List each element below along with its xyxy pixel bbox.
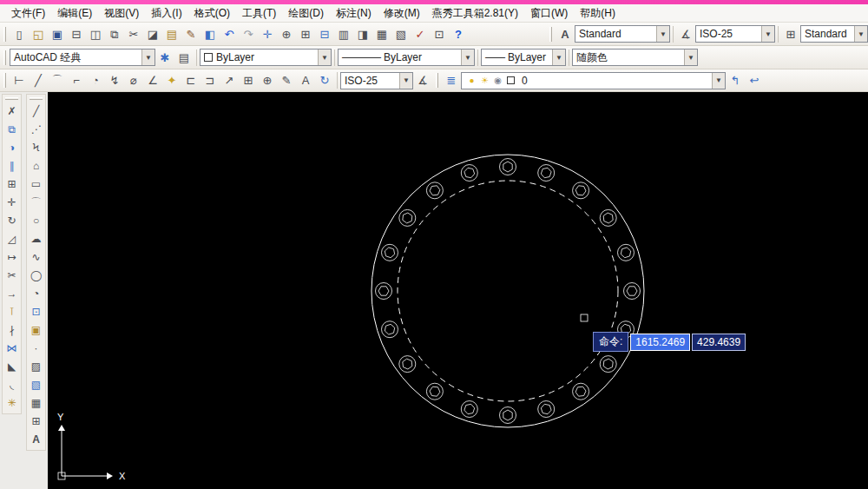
menu-item[interactable]: 编辑(E)	[51, 4, 98, 23]
array-icon[interactable]: ⊞	[3, 175, 21, 193]
layer-control-combo[interactable]: ●☀◉ 0 ▼	[461, 72, 726, 89]
dimension-style-icon[interactable]: ∡	[413, 71, 432, 90]
bolt-hole[interactable]	[538, 165, 555, 182]
arc-icon[interactable]: ⌒	[27, 193, 45, 211]
explode-icon[interactable]: ✳	[3, 393, 21, 412]
flange-outer-circle[interactable]	[372, 155, 644, 427]
menu-item[interactable]: 窗口(W)	[524, 4, 574, 23]
dim-arc-length-icon[interactable]: ⌒	[48, 71, 67, 90]
dim-text-edit-icon[interactable]: A	[296, 71, 315, 90]
mirror-icon[interactable]: ◑	[3, 138, 21, 156]
markup-icon[interactable]: ✓	[411, 24, 430, 43]
save-icon[interactable]: ▣	[48, 24, 67, 43]
toolbar-drag-handle[interactable]	[3, 50, 6, 65]
properties-icon[interactable]: ▥	[334, 24, 353, 43]
table-style-combo[interactable]: Standard ▼	[800, 25, 868, 43]
block-editor-icon[interactable]: ◧	[201, 24, 220, 43]
copy-icon[interactable]: ◪	[143, 24, 162, 43]
workspace-settings-icon[interactable]: ✱	[155, 48, 174, 67]
stretch-icon[interactable]: ↦	[3, 248, 21, 266]
layer-lock-icon[interactable]: ◉	[491, 73, 504, 89]
linetype-combo[interactable]: ———— ByLayer ▼	[338, 49, 475, 66]
offset-icon[interactable]: ∥	[3, 156, 21, 175]
dim-ordinate-icon[interactable]: ⌐	[67, 71, 86, 90]
revcloud-icon[interactable]: ☁	[27, 229, 45, 248]
bolt-hole[interactable]	[399, 209, 416, 226]
layer-on-icon[interactable]: ●	[465, 73, 478, 89]
bolt-hole[interactable]	[624, 283, 641, 300]
dim-update-icon[interactable]: ↻	[315, 71, 334, 90]
dim-diameter-icon[interactable]: ⌀	[124, 71, 143, 90]
table-style-icon[interactable]: ⊞	[781, 24, 800, 43]
zoom-realtime-icon[interactable]: ⊕	[277, 24, 296, 43]
construction-line-icon[interactable]: ⋰	[27, 120, 45, 138]
menu-item[interactable]: 视图(V)	[98, 4, 145, 23]
text-style-icon[interactable]: A	[556, 24, 575, 43]
dynamic-input-x-field[interactable]: 1615.2469	[630, 334, 690, 351]
layer-freeze-icon[interactable]: ☀	[478, 73, 491, 89]
text-style-combo[interactable]: Standard ▼	[575, 25, 670, 43]
region-icon[interactable]: ▦	[27, 393, 45, 412]
break-at-point-icon[interactable]: ⊺	[3, 302, 21, 320]
layer-previous-icon[interactable]: ↩	[745, 71, 764, 90]
dim-aligned-icon[interactable]: ╱	[29, 71, 48, 90]
menu-item[interactable]: 绘图(D)	[282, 4, 330, 23]
erase-icon[interactable]: ✗	[3, 102, 21, 120]
bolt-hole[interactable]	[573, 383, 589, 400]
sheetset-icon[interactable]: ▧	[391, 24, 411, 43]
zoom-window-icon[interactable]: ⊞	[296, 24, 315, 43]
publish-icon[interactable]: ⧉	[105, 24, 124, 43]
bolt-hole[interactable]	[461, 401, 477, 418]
rectangle-icon[interactable]: ▭	[27, 175, 45, 193]
dim-leader-icon[interactable]: ↗	[220, 71, 239, 90]
layer-color-swatch[interactable]	[504, 73, 517, 89]
menu-item[interactable]: 帮助(H)	[574, 4, 621, 23]
make-block-icon[interactable]: ▣	[27, 320, 45, 339]
bolt-hole[interactable]	[500, 407, 516, 424]
quickcalc-icon[interactable]: ⊡	[430, 24, 449, 43]
lineweight-combo[interactable]: —— ByLayer ▼	[481, 49, 566, 66]
scale-icon[interactable]: ◿	[3, 229, 21, 248]
ellipse-icon[interactable]: ◯	[27, 266, 45, 284]
new-icon[interactable]: ▯	[10, 24, 29, 43]
bolt-hole[interactable]	[426, 182, 443, 199]
dim-edit-icon[interactable]: ✎	[277, 71, 296, 90]
trim-icon[interactable]: ✂	[3, 266, 21, 284]
plot-preview-icon[interactable]: ◫	[86, 24, 105, 43]
point-icon[interactable]: ∙	[27, 339, 45, 357]
spline-icon[interactable]: ∿	[27, 248, 45, 266]
toolbar-drag-handle[interactable]	[5, 97, 18, 100]
polygon-icon[interactable]: ⌂	[27, 156, 45, 175]
line-icon[interactable]: ╱	[27, 102, 45, 120]
bolt-hole[interactable]	[399, 356, 416, 373]
cut-icon[interactable]: ✂	[124, 24, 143, 43]
dim-quick-icon[interactable]: ✦	[162, 71, 181, 90]
toolbar-drag-handle[interactable]	[3, 27, 6, 42]
bolt-hole[interactable]	[382, 244, 398, 261]
break-icon[interactable]: ∤	[3, 320, 21, 339]
properties-palette-icon[interactable]: ▤	[174, 48, 194, 67]
toolbar-drag-handle[interactable]	[3, 73, 6, 88]
chamfer-icon[interactable]: ◣	[3, 357, 21, 375]
toolbar-drag-handle[interactable]	[436, 73, 438, 88]
menu-item[interactable]: 插入(I)	[145, 4, 187, 23]
polyline-icon[interactable]: Ϟ	[27, 138, 45, 156]
bolt-hole[interactable]	[573, 182, 589, 199]
bolt-hole[interactable]	[618, 244, 635, 261]
bolt-hole[interactable]	[461, 165, 477, 182]
toolbar-drag-handle[interactable]	[549, 27, 552, 42]
bolt-hole[interactable]	[376, 283, 392, 300]
layer-properties-manager-icon[interactable]: ≣	[442, 71, 461, 90]
menu-item[interactable]: 标注(N)	[330, 4, 378, 23]
mtext-icon[interactable]: A	[27, 430, 45, 448]
dim-center-mark-icon[interactable]: ⊕	[258, 71, 277, 90]
bolt-hole[interactable]	[426, 383, 443, 400]
redo-icon[interactable]: ↷	[239, 24, 258, 43]
designcenter-icon[interactable]: ◨	[353, 24, 372, 43]
dim-style-combo[interactable]: ISO-25 ▼	[695, 25, 775, 43]
gradient-icon[interactable]: ▧	[27, 375, 45, 393]
bolt-hole[interactable]	[600, 356, 616, 373]
dim-radius-icon[interactable]: ◔	[86, 71, 105, 90]
toolbar-drag-handle[interactable]	[30, 97, 43, 100]
plotstyle-combo[interactable]: 随颜色 ▼	[572, 49, 698, 66]
